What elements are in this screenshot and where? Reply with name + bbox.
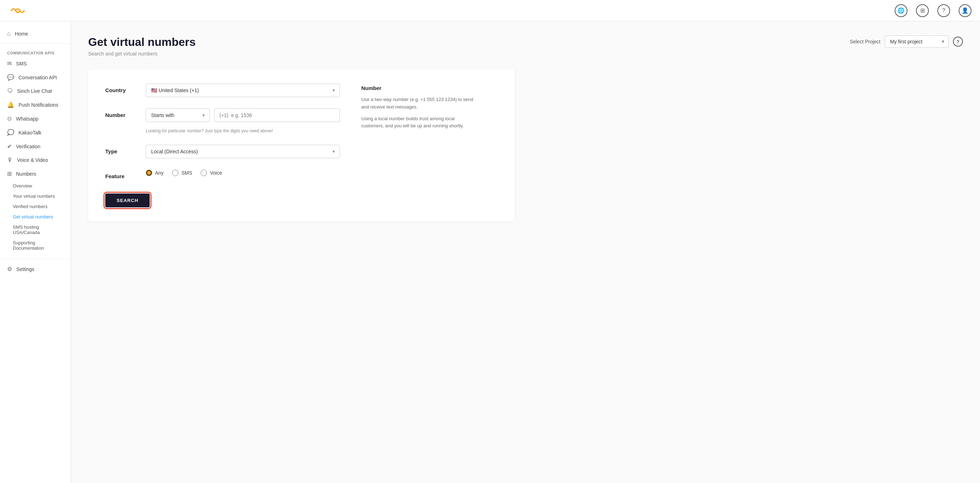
sidebar-sub-sms-hosting-label: SMS hosting USA/Canada bbox=[13, 225, 40, 235]
numbers-icon: ⊞ bbox=[7, 171, 12, 177]
kakaotalk-icon: 💭 bbox=[7, 129, 14, 136]
help-button[interactable]: ? bbox=[937, 4, 950, 17]
project-select-wrap: My first project ▼ bbox=[885, 35, 949, 48]
verification-icon: ✔ bbox=[7, 143, 12, 150]
project-help-button[interactable]: ? bbox=[953, 37, 963, 46]
sidebar-sub-sms-hosting[interactable]: SMS hosting USA/Canada bbox=[0, 222, 71, 238]
feature-row: Feature Any SMS bbox=[105, 170, 340, 179]
form-card: Country 🇺🇸 United States (+1) Number bbox=[88, 69, 515, 222]
type-select-wrap: Local (Direct Access) Toll-free Mobile bbox=[146, 145, 340, 158]
sidebar-item-settings[interactable]: ⚙ Settings bbox=[0, 262, 71, 276]
sidebar-sub-verified-numbers[interactable]: Verified numbers bbox=[0, 201, 71, 212]
sidebar-live-chat-label: Sinch Live Chat bbox=[17, 88, 52, 94]
info-text-2: Using a local number builds trust among … bbox=[361, 115, 475, 130]
sidebar-verification-label: Verification bbox=[16, 144, 40, 149]
country-select-wrap: 🇺🇸 United States (+1) bbox=[146, 84, 340, 97]
page-title-block: Get virtual numbers Search and get virtu… bbox=[88, 35, 196, 57]
sidebar-whatsapp-label: Whatsapp bbox=[16, 116, 38, 122]
page-title: Get virtual numbers bbox=[88, 35, 196, 49]
sidebar-item-push-notifications[interactable]: 🔔 Push Notifications bbox=[0, 98, 71, 112]
sinch-logo bbox=[8, 4, 29, 17]
sidebar-sub-get-virtual-label: Get virtual numbers bbox=[13, 214, 53, 220]
info-title: Number bbox=[361, 85, 475, 91]
type-select[interactable]: Local (Direct Access) Toll-free Mobile bbox=[146, 145, 340, 158]
info-text-1: Use a two-way number (e.g. +1 555 123 12… bbox=[361, 96, 475, 111]
page-subtitle: Search and get virtual numbers bbox=[88, 51, 196, 57]
sidebar-item-whatsapp[interactable]: ⊙ Whatsapp bbox=[0, 112, 71, 126]
sidebar: ⌂ Home Communication APIs ✉ SMS 💬 Conver… bbox=[0, 21, 71, 483]
sidebar-sub-your-virtual-label: Your virtual numbers bbox=[13, 193, 55, 199]
voice-icon: 🎙 bbox=[7, 157, 13, 163]
globe-button[interactable]: 🌐 bbox=[895, 4, 907, 17]
feature-voice-option[interactable]: Voice bbox=[200, 170, 222, 176]
feature-voice-radio[interactable] bbox=[200, 170, 207, 176]
grid-button[interactable]: ⊞ bbox=[916, 4, 929, 17]
app-layout: ⌂ Home Communication APIs ✉ SMS 💬 Conver… bbox=[0, 21, 980, 483]
main-content: Get virtual numbers Search and get virtu… bbox=[71, 21, 980, 483]
sidebar-item-sms[interactable]: ✉ SMS bbox=[0, 57, 71, 70]
header-actions: 🌐 ⊞ ? 👤 bbox=[895, 4, 972, 17]
info-panel: Number Use a two-way number (e.g. +1 555… bbox=[361, 84, 475, 207]
settings-icon: ⚙ bbox=[7, 266, 12, 273]
form-main: Country 🇺🇸 United States (+1) Number bbox=[105, 84, 340, 207]
sidebar-sub-overview-label: Overview bbox=[13, 183, 32, 188]
number-filter-select[interactable]: Starts with Contains Ends with bbox=[146, 108, 210, 122]
sidebar-sub-supporting-docs[interactable]: Supporting Documentation bbox=[0, 238, 71, 253]
top-header: 🌐 ⊞ ? 👤 bbox=[0, 0, 980, 21]
feature-any-radio[interactable] bbox=[146, 170, 152, 176]
sms-icon: ✉ bbox=[7, 60, 12, 67]
country-label: Country bbox=[105, 84, 137, 93]
search-button[interactable]: SEARCH bbox=[105, 193, 150, 207]
sidebar-conversation-label: Conversation API bbox=[19, 75, 57, 80]
country-row: Country 🇺🇸 United States (+1) bbox=[105, 84, 340, 97]
sidebar-item-verification[interactable]: ✔ Verification bbox=[0, 139, 71, 153]
sidebar-sub-your-virtual-numbers[interactable]: Your virtual numbers bbox=[0, 191, 71, 201]
feature-voice-label: Voice bbox=[210, 170, 222, 176]
whatsapp-icon: ⊙ bbox=[7, 115, 12, 122]
sidebar-section-label: Communication APIs bbox=[0, 46, 71, 57]
sidebar-item-voice-video[interactable]: 🎙 Voice & Video bbox=[0, 153, 71, 167]
sidebar-sub-verified-label: Verified numbers bbox=[13, 204, 48, 209]
number-filter-wrap: Starts with Contains Ends with bbox=[146, 108, 210, 122]
number-input[interactable] bbox=[214, 108, 340, 122]
sidebar-sub-supporting-docs-label: Supporting Documentation bbox=[13, 240, 44, 251]
select-project-label: Select Project bbox=[850, 39, 880, 45]
number-hint: Looking for particular number? Just type… bbox=[146, 128, 273, 133]
number-field-group: Starts with Contains Ends with Looking f… bbox=[146, 108, 340, 133]
feature-options: Any SMS Voice bbox=[146, 170, 222, 176]
number-label: Number bbox=[105, 108, 137, 118]
sidebar-sms-label: SMS bbox=[16, 61, 27, 67]
sidebar-settings-label: Settings bbox=[16, 266, 35, 272]
type-row: Type Local (Direct Access) Toll-free Mob… bbox=[105, 145, 340, 158]
number-row: Number Starts with Contains Ends with bbox=[105, 108, 340, 133]
sidebar-push-label: Push Notifications bbox=[19, 102, 58, 108]
grid-icon: ⊞ bbox=[920, 7, 925, 14]
feature-label: Feature bbox=[105, 170, 137, 179]
feature-sms-option[interactable]: SMS bbox=[172, 170, 192, 176]
sidebar-home-label: Home bbox=[15, 31, 28, 37]
logo-area bbox=[8, 4, 29, 17]
question-icon: ? bbox=[942, 8, 945, 14]
number-inputs: Starts with Contains Ends with bbox=[146, 108, 340, 122]
project-select[interactable]: My first project bbox=[885, 35, 949, 48]
sidebar-sub-overview[interactable]: Overview bbox=[0, 181, 71, 191]
feature-sms-radio[interactable] bbox=[172, 170, 178, 176]
sidebar-item-numbers[interactable]: ⊞ Numbers bbox=[0, 167, 71, 181]
live-chat-icon: 🗨 bbox=[7, 88, 13, 94]
feature-any-option[interactable]: Any bbox=[146, 170, 164, 176]
sidebar-sub-get-virtual-numbers[interactable]: Get virtual numbers bbox=[0, 212, 71, 222]
sidebar-voice-label: Voice & Video bbox=[17, 157, 48, 163]
account-icon: 👤 bbox=[961, 7, 969, 14]
sidebar-item-kakaotalk[interactable]: 💭 KakaoTalk bbox=[0, 126, 71, 139]
feature-any-label: Any bbox=[155, 170, 164, 176]
sidebar-kakaotalk-label: KakaoTalk bbox=[19, 130, 41, 135]
page-header: Get virtual numbers Search and get virtu… bbox=[88, 35, 963, 57]
sidebar-item-conversation-api[interactable]: 💬 Conversation API bbox=[0, 70, 71, 84]
account-button[interactable]: 👤 bbox=[959, 4, 972, 17]
sidebar-item-live-chat[interactable]: 🗨 Sinch Live Chat bbox=[0, 84, 71, 98]
sidebar-item-home[interactable]: ⌂ Home bbox=[0, 27, 71, 41]
form-layout: Country 🇺🇸 United States (+1) Number bbox=[105, 84, 498, 207]
country-select[interactable]: 🇺🇸 United States (+1) bbox=[146, 84, 340, 97]
project-help-icon: ? bbox=[956, 39, 959, 45]
home-icon: ⌂ bbox=[7, 30, 11, 37]
